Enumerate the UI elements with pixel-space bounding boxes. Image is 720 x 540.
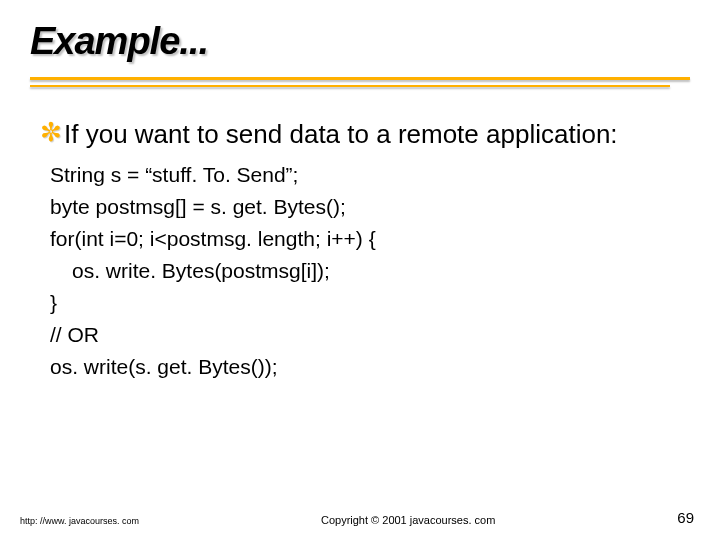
footer-url: http: //www. javacourses. com [20, 516, 139, 526]
rule-line-1 [30, 77, 690, 80]
code-line: } [50, 287, 680, 319]
code-line: os. write. Bytes(postmsg[i]); [50, 255, 680, 287]
code-block: String s = “stuff. To. Send”; byte postm… [50, 159, 680, 383]
rule-line-2 [30, 85, 670, 87]
slide: Example... ✼ If you want to send data to… [0, 0, 720, 540]
code-line: os. write(s. get. Bytes()); [50, 351, 680, 383]
slide-number: 69 [677, 509, 694, 526]
code-line: for(int i=0; i<postmsg. length; i++) { [50, 223, 680, 255]
flower-bullet-icon: ✼ [40, 117, 62, 147]
code-line: byte postmsg[] = s. get. Bytes(); [50, 191, 680, 223]
footer-copyright: Copyright © 2001 javacourses. com [139, 514, 677, 526]
footer: http: //www. javacourses. com Copyright … [0, 509, 720, 526]
bullet-text: If you want to send data to a remote app… [64, 117, 618, 151]
code-line: // OR [50, 319, 680, 351]
title-underline [30, 67, 690, 97]
code-line: String s = “stuff. To. Send”; [50, 159, 680, 191]
bullet-row: ✼ If you want to send data to a remote a… [40, 117, 680, 151]
slide-title: Example... [30, 20, 690, 63]
